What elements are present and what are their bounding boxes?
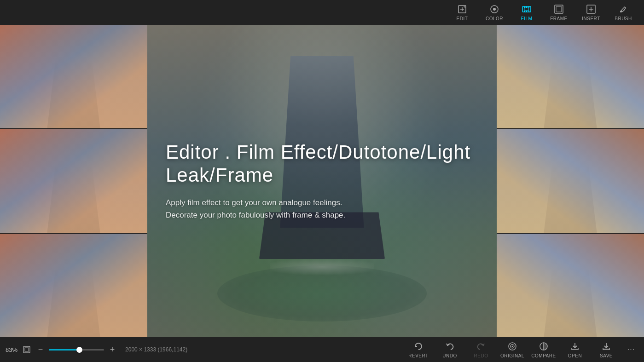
compare-button[interactable]: COMPARE [528, 337, 559, 362]
save-label: SAVE [600, 353, 613, 358]
right-tile-top [497, 25, 644, 128]
more-options-button[interactable]: ··· [622, 337, 640, 362]
insert-icon [586, 4, 596, 14]
zoom-area: 83% − + 2000 × 1333 (1966,1142) [0, 345, 193, 355]
toolbar-color[interactable]: COLOR [478, 0, 511, 25]
svg-point-23 [512, 345, 513, 347]
zoom-in-button[interactable]: + [108, 345, 117, 355]
image-info: 2000 × 1333 (1966,1142) [125, 346, 187, 353]
svg-rect-14 [556, 6, 562, 12]
right-tile-bottom [497, 234, 644, 337]
svg-rect-20 [25, 348, 29, 351]
canvas-area: Editor . Film Effect/Dutotone/Light Leak… [0, 25, 644, 337]
undo-button[interactable]: UNDO [434, 337, 465, 362]
redo-button[interactable]: REDO [465, 337, 497, 362]
svg-rect-19 [23, 346, 30, 353]
right-tile-middle [497, 129, 644, 233]
insert-label: INSERT [582, 16, 600, 21]
left-tile-top [0, 25, 147, 128]
overlay-subtitle1: Apply film effect to get your own analog… [166, 196, 342, 209]
overlay-title: Editor . Film Effect/Dutotone/Light Leak… [166, 141, 478, 187]
brush-icon [618, 4, 628, 14]
toolbar-brush[interactable]: BRUSH [607, 0, 639, 25]
edit-label: EDIT [457, 16, 468, 21]
color-icon [489, 4, 499, 14]
redo-label: REDO [474, 353, 488, 358]
undo-icon [445, 341, 455, 351]
zoom-slider[interactable] [49, 346, 104, 353]
bottom-right-tools: REVERT UNDO REDO [399, 337, 644, 362]
bottom-toolbar: 83% − + 2000 × 1333 (1966,1142) [0, 337, 644, 362]
overlay-panel: Editor . Film Effect/Dutotone/Light Leak… [147, 25, 497, 337]
toolbar-insert[interactable]: INSERT [575, 0, 607, 25]
film-icon [522, 4, 532, 14]
overlay-subtitle2: Decorate your photo fabulously with fram… [166, 209, 345, 221]
svg-rect-12 [525, 8, 528, 11]
fit-to-screen-button[interactable] [23, 346, 30, 353]
film-label: FILM [521, 16, 533, 21]
original-button[interactable]: ORIGINAL [497, 337, 528, 362]
more-icon: ··· [627, 345, 635, 354]
svg-point-18 [620, 11, 622, 12]
edit-icon [457, 4, 467, 14]
toolbar-edit[interactable]: EDIT [446, 0, 478, 25]
original-label: ORIGINAL [500, 353, 524, 358]
frame-label: FRAME [550, 16, 568, 21]
revert-label: REVERT [408, 353, 428, 358]
left-tile-middle [0, 129, 147, 233]
zoom-percent: 83% [6, 346, 17, 353]
toolbar-frame[interactable]: FRAME [543, 0, 575, 25]
frame-icon [554, 4, 564, 14]
brush-label: BRUSH [615, 16, 632, 21]
save-button[interactable]: SAVE [591, 337, 622, 362]
revert-button[interactable]: REVERT [403, 337, 434, 362]
compare-label: COMPARE [531, 353, 556, 358]
toolbar-film[interactable]: FILM [511, 0, 543, 25]
open-icon [570, 341, 580, 351]
save-icon [601, 341, 611, 351]
redo-icon [476, 341, 486, 351]
undo-label: UNDO [442, 353, 457, 358]
left-tile-bottom [0, 234, 147, 337]
svg-point-4 [493, 8, 496, 11]
open-button[interactable]: OPEN [559, 337, 591, 362]
top-toolbar: EDIT COLOR FILM [0, 0, 644, 25]
compare-icon [539, 341, 549, 351]
zoom-out-button[interactable]: − [36, 345, 45, 355]
color-label: COLOR [486, 16, 503, 21]
revert-icon [413, 341, 424, 351]
open-label: OPEN [568, 353, 582, 358]
original-icon [507, 341, 517, 351]
